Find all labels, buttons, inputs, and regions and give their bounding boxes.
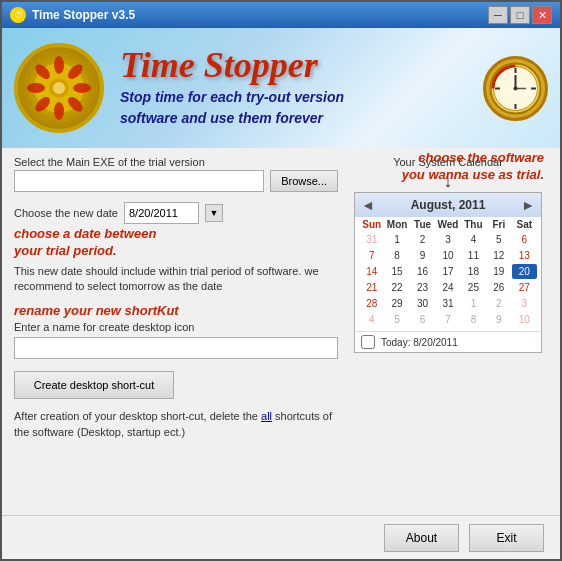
svg-point-2 xyxy=(54,56,64,74)
shortcut-section: rename your new shortKut Enter a name fo… xyxy=(14,303,338,360)
cal-day[interactable]: 12 xyxy=(486,248,511,263)
minimize-button[interactable]: ─ xyxy=(488,6,508,24)
cal-day[interactable]: 1 xyxy=(384,232,409,247)
svg-point-8 xyxy=(27,83,45,93)
cal-today-checkbox[interactable] xyxy=(359,335,377,349)
calendar-arrow: ↓ xyxy=(444,172,453,190)
cal-day[interactable]: 18 xyxy=(461,264,486,279)
cal-day[interactable]: 13 xyxy=(512,248,537,263)
cal-days-header: Sun Mon Tue Wed Thu Fri Sat xyxy=(359,219,537,232)
cal-day[interactable]: 6 xyxy=(512,232,537,247)
cal-day[interactable]: 31 xyxy=(359,232,384,247)
cal-header-sun: Sun xyxy=(359,219,384,230)
cal-day[interactable]: 31 xyxy=(435,296,460,311)
cal-day[interactable]: 7 xyxy=(359,248,384,263)
cal-today-row: Today: 8/20/2011 xyxy=(355,331,541,352)
cal-day[interactable]: 10 xyxy=(512,312,537,327)
close-button[interactable]: ✕ xyxy=(532,6,552,24)
banner: Time Stopper Stop time for each try-out … xyxy=(2,28,560,148)
cal-header-fri: Fri xyxy=(486,219,511,230)
cal-header-mon: Mon xyxy=(384,219,409,230)
cal-day[interactable]: 30 xyxy=(410,296,435,311)
cal-day[interactable]: 4 xyxy=(461,232,486,247)
browse-button[interactable]: Browse... xyxy=(270,170,338,192)
left-panel: Select the Main EXE of the trial version… xyxy=(14,156,338,507)
cal-next-button[interactable]: ► xyxy=(521,197,535,213)
svg-point-20 xyxy=(514,86,518,90)
date-input[interactable] xyxy=(124,202,199,224)
calendar[interactable]: ◄ August, 2011 ► Sun Mon Tue Wed Thu Fri… xyxy=(354,192,542,353)
cal-today-text: Today: 8/20/2011 xyxy=(381,337,458,348)
cal-prev-button[interactable]: ◄ xyxy=(361,197,375,213)
create-shortcut-button[interactable]: Create desktop short-cut xyxy=(14,371,174,399)
cal-day[interactable]: 21 xyxy=(359,280,384,295)
cal-day[interactable]: 9 xyxy=(486,312,511,327)
cal-header-tue: Tue xyxy=(410,219,435,230)
banner-clock xyxy=(483,56,548,121)
cal-days-container: 3112345678910111213141516171819202122232… xyxy=(359,232,537,327)
cal-day[interactable]: 11 xyxy=(461,248,486,263)
banner-subtitle-line1: Stop time for each try-out version xyxy=(120,89,344,105)
cal-day[interactable]: 28 xyxy=(359,296,384,311)
cal-day[interactable]: 14 xyxy=(359,264,384,279)
main-content: Select the Main EXE of the trial version… xyxy=(2,148,560,515)
calendar-header: ◄ August, 2011 ► xyxy=(355,193,541,217)
shortcut-annotation: rename your new shortKut xyxy=(14,303,338,320)
cal-day[interactable]: 10 xyxy=(435,248,460,263)
cal-day[interactable]: 5 xyxy=(384,312,409,327)
cal-day[interactable]: 7 xyxy=(435,312,460,327)
shortcut-input[interactable] xyxy=(14,337,338,359)
cal-day[interactable]: 27 xyxy=(512,280,537,295)
date-section: Choose the new date ▼ choose a date betw… xyxy=(14,202,338,295)
title-bar: ⏱ Time Stopper v3.5 ─ □ ✕ xyxy=(2,2,560,28)
cal-day[interactable]: 22 xyxy=(384,280,409,295)
cal-day[interactable]: 19 xyxy=(486,264,511,279)
cal-day[interactable]: 3 xyxy=(435,232,460,247)
exe-label: Select the Main EXE of the trial version xyxy=(14,156,338,168)
exe-field-row: Browse... xyxy=(14,170,338,192)
date-info-text: This new date should include within tria… xyxy=(14,264,338,295)
cal-day[interactable]: 24 xyxy=(435,280,460,295)
cal-day[interactable]: 23 xyxy=(410,280,435,295)
all-text: all xyxy=(261,410,272,422)
exit-button[interactable]: Exit xyxy=(469,524,544,552)
banner-subtitle-line2: software and use them forever xyxy=(120,110,323,126)
svg-point-4 xyxy=(73,83,91,93)
cal-day[interactable]: 2 xyxy=(486,296,511,311)
cal-day[interactable]: 29 xyxy=(384,296,409,311)
svg-point-11 xyxy=(53,82,65,94)
after-creation-text: After creation of your desktop short-cut… xyxy=(14,409,338,440)
svg-point-6 xyxy=(54,102,64,120)
window-title: Time Stopper v3.5 xyxy=(32,8,135,22)
cal-day[interactable]: 3 xyxy=(512,296,537,311)
cal-day[interactable]: 17 xyxy=(435,264,460,279)
cal-day[interactable]: 16 xyxy=(410,264,435,279)
about-button[interactable]: About xyxy=(384,524,459,552)
bottom-bar: About Exit xyxy=(2,515,560,559)
cal-day[interactable]: 4 xyxy=(359,312,384,327)
cal-month-year: August, 2011 xyxy=(411,198,486,212)
date-annotation: choose a date between your trial period. xyxy=(14,226,338,260)
date-dropdown-button[interactable]: ▼ xyxy=(205,204,223,222)
cal-day[interactable]: 8 xyxy=(461,312,486,327)
cal-day[interactable]: 26 xyxy=(486,280,511,295)
cal-day[interactable]: 1 xyxy=(461,296,486,311)
exe-input[interactable] xyxy=(14,170,264,192)
cal-day[interactable]: 25 xyxy=(461,280,486,295)
right-panel: Your System Calendar ↓ ◄ August, 2011 ► … xyxy=(348,156,548,507)
cal-day[interactable]: 5 xyxy=(486,232,511,247)
app-icon: ⏱ xyxy=(10,7,26,23)
maximize-button[interactable]: □ xyxy=(510,6,530,24)
cal-header-thu: Thu xyxy=(461,219,486,230)
cal-day[interactable]: 20 xyxy=(512,264,537,279)
main-window: ⏱ Time Stopper v3.5 ─ □ ✕ xyxy=(0,0,562,561)
title-bar-left: ⏱ Time Stopper v3.5 xyxy=(10,7,135,23)
cal-day[interactable]: 6 xyxy=(410,312,435,327)
cal-day[interactable]: 2 xyxy=(410,232,435,247)
cal-day[interactable]: 15 xyxy=(384,264,409,279)
banner-logo xyxy=(14,43,104,133)
cal-day[interactable]: 8 xyxy=(384,248,409,263)
shortcut-label: Enter a name for create desktop icon xyxy=(14,321,338,333)
cal-day[interactable]: 9 xyxy=(410,248,435,263)
banner-subtitle: Stop time for each try-out version softw… xyxy=(120,87,483,129)
